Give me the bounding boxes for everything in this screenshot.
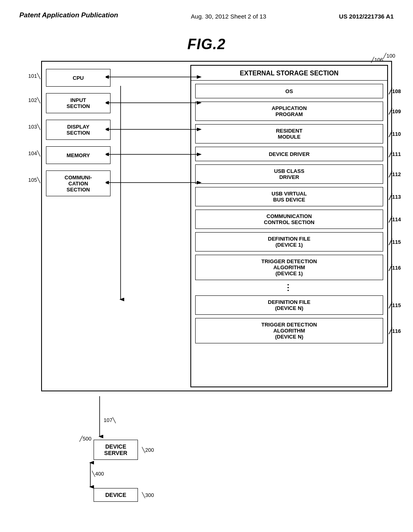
label-110: ╱110 [389,131,401,137]
label-102: 102╲ [28,97,40,103]
ellipsis: ⋮ [195,283,383,292]
device-server-row: DEVICE SERVER ╲200 [94,440,154,460]
label-115a: ╱115 [389,239,401,245]
label-114: ╱114 [389,216,401,222]
device-row: DEVICE ╲300 [67,488,154,502]
label-100: ╱100 [383,53,395,59]
device-server-wrapper: DEVICE SERVER ╲200 [67,440,154,460]
comp-communication: COMMUNI- CATION SECTION [46,170,111,196]
label-108: ╱108 [389,88,401,94]
vert-line-107 [96,396,136,441]
comp-input: INPUT SECTION [46,93,111,113]
label-103: 103╲ [28,124,40,130]
storage-resident-module: RESIDENT MODULE ╱110 [195,124,383,143]
device-server-box: DEVICE SERVER [94,440,138,460]
storage-def-file-1: DEFINITION FILE (DEVICE 1) ╱115 [195,232,383,251]
label-115b: ╱115 [389,302,401,308]
label-200: ╲200 [142,447,154,453]
label-104: 104╲ [28,150,40,156]
device-box: DEVICE [94,488,138,502]
outer-box-100: ╱100 ╱106 EXTERNAL STORAGE SECTION OS ╱1… [41,61,392,391]
diagram-container: ╱100 ╱106 EXTERNAL STORAGE SECTION OS ╱1… [21,61,392,501]
publication-label: Patent Application Publication [19,11,118,19]
storage-usb-class-driver: USB CLASS DRIVER ╱112 [195,164,383,184]
storage-usb-virtual-bus: USB VIRTUAL BUS DEVICE ╱113 [195,187,383,206]
page-header: Patent Application Publication Aug. 30, … [0,0,413,24]
label-400: ╲400 [92,471,104,477]
label-113: ╱113 [389,194,401,200]
label-116b: ╱116 [389,328,401,334]
storage-app-program: APPLICATION PROGRAM ╱109 [195,102,383,121]
storage-items: OS ╱108 APPLICATION PROGRAM ╱109 RESIDEN… [191,84,387,343]
label-101: 101╲ [28,73,40,79]
comp-cpu: CPU [46,69,111,87]
label-116a: ╱116 [389,264,401,270]
storage-trigger-n: TRIGGER DETECTION ALGORITHM (DEVICE N) ╱… [195,318,383,343]
label-112: ╱112 [389,171,401,177]
label-300: ╲300 [142,492,154,498]
label-105: 105╲ [28,177,40,183]
storage-os: OS ╱108 [195,84,383,98]
left-components: 101╲ CPU [46,65,111,203]
vertical-bus-line [117,82,125,303]
date-sheet-label: Aug. 30, 2012 Sheet 2 of 13 [191,13,266,20]
storage-device-driver: DEVICE DRIVER ╱111 [195,147,383,161]
patent-number-label: US 2012/221736 A1 [339,13,394,20]
inner-box-106: ╱106 EXTERNAL STORAGE SECTION OS ╱108 AP… [190,65,388,387]
comp-display: DISPLAY SECTION [46,120,111,140]
below-diagram: 107╲ ╱500 DEVICE SERVER ╲200 [41,396,392,501]
storage-def-file-n: DEFINITION FILE (DEVICE N) ╱115 [195,295,383,315]
figure-title: FIG.2 [0,36,413,53]
label-106: ╱106 [371,57,383,63]
storage-trigger-1: TRIGGER DETECTION ALGORITHM (DEVICE 1) ╱… [195,255,383,280]
arrow-cpu [106,73,206,81]
storage-comm-control: COMMUNICATION CONTROL SECTION ╱114 [195,210,383,229]
ext-storage-title: EXTERNAL STORAGE SECTION [191,66,387,81]
label-111: ╱111 [389,151,401,157]
label-109: ╱109 [389,108,401,114]
label-107: 107╲ [104,417,116,423]
comp-memory: MEMORY [46,146,111,164]
